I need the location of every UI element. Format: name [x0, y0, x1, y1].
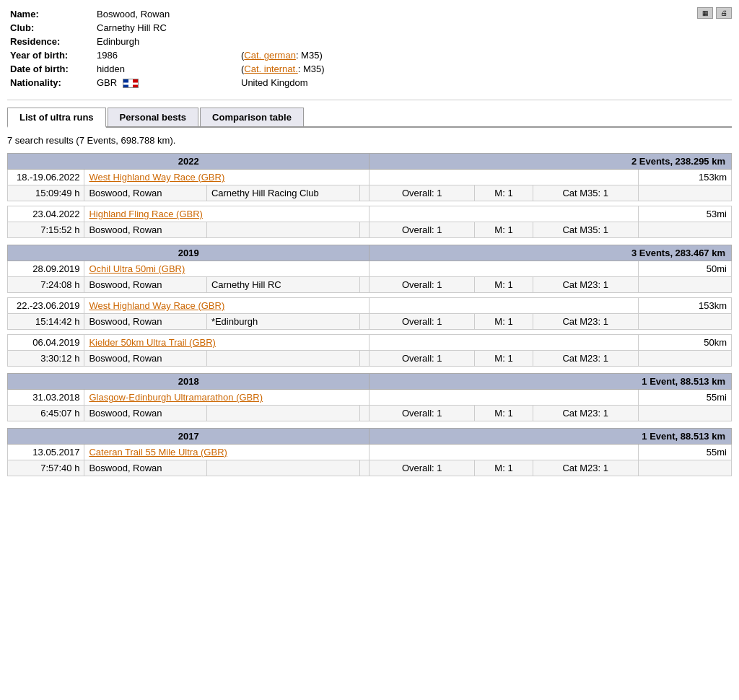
event-distance: 55mi: [638, 390, 731, 406]
dob-label: Date of birth:: [7, 62, 94, 76]
event-row: 13.05.2017 Cateran Trail 55 Mile Ultra (…: [8, 445, 732, 460]
event-link[interactable]: Ochil Ultra 50mi (GBR): [89, 263, 185, 274]
cat-german-link[interactable]: Cat. german: [244, 50, 296, 61]
cat-internat-link[interactable]: Cat. internat.: [244, 64, 297, 74]
event-row: 18.-19.06.2022 West Highland Way Race (G…: [8, 170, 732, 185]
event-name: Glasgow-Edinburgh Ultramarathon (GBR): [84, 390, 370, 406]
results-table: 20222 Events, 238.295 km 18.-19.06.2022 …: [7, 153, 732, 476]
tab-comparison-table[interactable]: Comparison table: [200, 108, 304, 126]
event-distance: 50km: [638, 335, 731, 351]
result-row: 6:45:07 h Boswood, Rowan Overall: 1 M: 1…: [8, 406, 732, 421]
event-distance: 153km: [638, 170, 731, 185]
club-name: Carnethy Hill RC: [206, 277, 359, 293]
dob-value: hidden: [94, 62, 238, 76]
gender-place: M: 1: [475, 351, 533, 367]
result-row: 7:57:40 h Boswood, Rowan Overall: 1 M: 1…: [8, 460, 732, 476]
year-spacer-row: [8, 421, 732, 429]
event-row: 23.04.2022 Highland Fling Race (GBR) 53m…: [8, 206, 732, 222]
club-value: Carnethy Hill RC: [94, 21, 732, 35]
event-link[interactable]: Kielder 50km Ultra Trail (GBR): [89, 337, 216, 348]
yob-label: Year of birth:: [7, 48, 94, 62]
cat-internat-cell: (Cat. internat.: M35): [238, 62, 732, 76]
event-date: 28.09.2019: [8, 261, 84, 277]
event-name: West Highland Way Race (GBR): [84, 170, 370, 185]
event-name: West Highland Way Race (GBR): [84, 298, 370, 314]
event-row: 22.-23.06.2019 West Highland Way Race (G…: [8, 298, 732, 314]
gender-place: M: 1: [475, 222, 533, 238]
overall-place: Overall: 1: [370, 460, 475, 476]
event-name: Kielder 50km Ultra Trail (GBR): [84, 335, 370, 351]
cat-german-cell: (Cat. german: M35): [238, 48, 732, 62]
event-link[interactable]: Glasgow-Edinburgh Ultramarathon (GBR): [89, 392, 263, 403]
result-time: 6:45:07 h: [8, 406, 84, 421]
result-time: 15:09:49 h: [8, 185, 84, 201]
spacer-row: [8, 293, 732, 298]
tab-list-ultra-runs[interactable]: List of ultra runs: [7, 108, 106, 128]
event-date: 13.05.2017: [8, 445, 84, 460]
year-summary: 2 Events, 238.295 km: [370, 154, 732, 170]
event-name: Highland Fling Race (GBR): [84, 206, 370, 222]
yob-value: 1986: [94, 48, 238, 62]
country-value: United Kingdom: [238, 76, 732, 89]
print-icon[interactable]: 🖨: [716, 7, 732, 19]
tab-personal-bests[interactable]: Personal bests: [108, 108, 199, 126]
event-name: Ochil Ultra 50mi (GBR): [84, 261, 370, 277]
flag-icon: [123, 79, 139, 88]
result-row: 3:30:12 h Boswood, Rowan Overall: 1 M: 1…: [8, 351, 732, 367]
result-row: 15:14:42 h Boswood, Rowan *Edinburgh Ove…: [8, 314, 732, 330]
year-spacer-row: [8, 238, 732, 245]
year-summary: 3 Events, 283.467 km: [370, 245, 732, 261]
name-value: Boswood, Rowan: [94, 7, 732, 21]
event-link[interactable]: West Highland Way Race (GBR): [89, 172, 224, 183]
year-label: 2019: [8, 245, 370, 261]
event-distance: 50mi: [638, 261, 731, 277]
profile-section: Name: Boswood, Rowan Club: Carnethy Hill…: [7, 7, 732, 89]
athlete-name: Boswood, Rowan: [84, 185, 206, 201]
overall-place: Overall: 1: [370, 351, 475, 367]
category-place: Cat M23: 1: [533, 406, 638, 421]
event-link[interactable]: Cateran Trail 55 Mile Ultra (GBR): [89, 447, 227, 458]
event-date: 22.-23.06.2019: [8, 298, 84, 314]
gender-place: M: 1: [475, 406, 533, 421]
event-name: Cateran Trail 55 Mile Ultra (GBR): [84, 445, 370, 460]
overall-place: Overall: 1: [370, 277, 475, 293]
gender-place: M: 1: [475, 460, 533, 476]
athlete-name: Boswood, Rowan: [84, 277, 206, 293]
result-time: 7:24:08 h: [8, 277, 84, 293]
table-icon[interactable]: ▦: [697, 7, 713, 19]
event-distance: 153km: [638, 298, 731, 314]
club-name: *Edinburgh: [206, 314, 359, 330]
event-date: 06.04.2019: [8, 335, 84, 351]
result-row: 7:15:52 h Boswood, Rowan Overall: 1 M: 1…: [8, 222, 732, 238]
athlete-name: Boswood, Rowan: [84, 351, 206, 367]
year-header-row: 20171 Event, 88.513 km: [8, 429, 732, 445]
overall-place: Overall: 1: [370, 222, 475, 238]
gender-place: M: 1: [475, 185, 533, 201]
cat-internat-suffix: : M35): [298, 64, 325, 74]
event-link[interactable]: Highland Fling Race (GBR): [89, 209, 203, 219]
tabs-container: List of ultra runs Personal bests Compar…: [7, 108, 732, 128]
event-row: 06.04.2019 Kielder 50km Ultra Trail (GBR…: [8, 335, 732, 351]
year-summary: 1 Event, 88.513 km: [370, 374, 732, 390]
event-row: 31.03.2018 Glasgow-Edinburgh Ultramarath…: [8, 390, 732, 406]
athlete-name: Boswood, Rowan: [84, 314, 206, 330]
year-label: 2022: [8, 154, 370, 170]
category-place: Cat M23: 1: [533, 460, 638, 476]
category-place: Cat M35: 1: [533, 222, 638, 238]
event-link[interactable]: West Highland Way Race (GBR): [89, 300, 224, 311]
athlete-name: Boswood, Rowan: [84, 222, 206, 238]
club-name: [206, 222, 359, 238]
name-label: Name:: [7, 7, 94, 21]
residence-value: Edinburgh: [94, 35, 732, 48]
club-name: [206, 460, 359, 476]
spacer-row: [8, 201, 732, 206]
athlete-name: Boswood, Rowan: [84, 460, 206, 476]
result-row: 7:24:08 h Boswood, Rowan Carnethy Hill R…: [8, 277, 732, 293]
year-summary: 1 Event, 88.513 km: [370, 429, 732, 445]
category-place: Cat M35: 1: [533, 185, 638, 201]
result-row: 15:09:49 h Boswood, Rowan Carnethy Hill …: [8, 185, 732, 201]
nationality-value: GBR: [94, 76, 238, 89]
nationality-label: Nationality:: [7, 76, 94, 89]
gender-place: M: 1: [475, 314, 533, 330]
category-place: Cat M23: 1: [533, 351, 638, 367]
